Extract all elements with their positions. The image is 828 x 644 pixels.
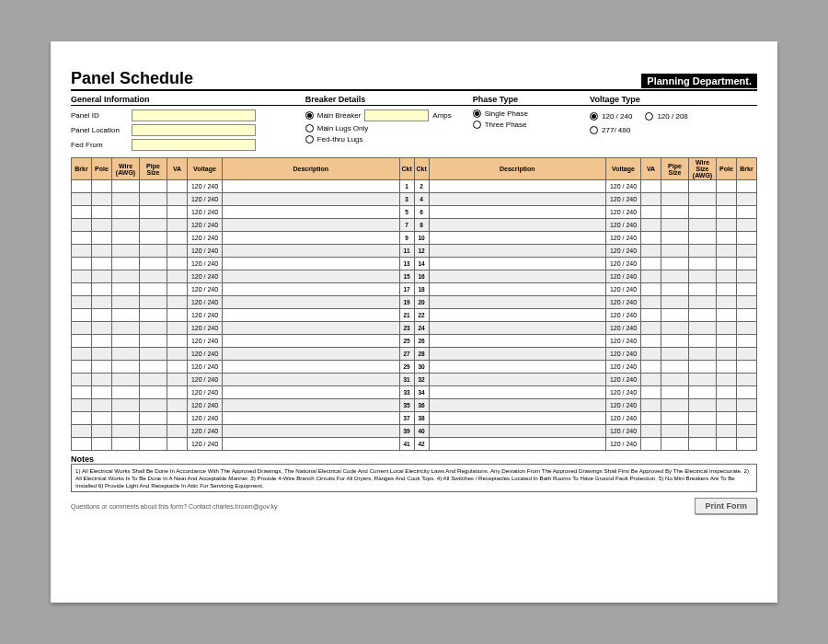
left-cell[interactable]	[223, 322, 400, 335]
right-cell[interactable]	[689, 232, 717, 245]
right-cell[interactable]	[717, 258, 737, 270]
right-cell[interactable]	[737, 425, 757, 438]
left-cell[interactable]	[72, 425, 92, 438]
radio-main-lugs[interactable]	[305, 124, 314, 132]
left-cell[interactable]	[92, 386, 112, 399]
left-cell[interactable]	[112, 348, 140, 361]
right-cell[interactable]	[689, 335, 717, 348]
right-cell[interactable]	[429, 438, 606, 451]
left-cell[interactable]	[112, 258, 140, 270]
left-cell[interactable]	[167, 309, 188, 322]
right-cell[interactable]	[641, 399, 661, 412]
left-cell[interactable]	[140, 412, 167, 425]
right-cell[interactable]	[661, 399, 689, 412]
right-cell[interactable]	[661, 374, 689, 386]
right-cell[interactable]	[429, 283, 606, 296]
right-cell[interactable]	[661, 219, 689, 232]
left-cell[interactable]	[140, 270, 167, 283]
left-cell[interactable]	[167, 374, 188, 386]
right-cell[interactable]	[661, 438, 689, 451]
right-cell[interactable]	[689, 258, 717, 270]
right-cell[interactable]	[737, 335, 757, 348]
right-cell[interactable]	[641, 438, 661, 451]
right-cell[interactable]	[737, 193, 757, 206]
fed-from-input[interactable]	[132, 139, 256, 151]
right-cell[interactable]	[689, 283, 717, 296]
left-cell[interactable]	[167, 399, 188, 412]
right-cell[interactable]	[429, 361, 606, 374]
left-cell[interactable]	[112, 374, 140, 386]
left-cell[interactable]	[223, 335, 400, 348]
right-cell[interactable]	[737, 206, 757, 219]
left-cell[interactable]	[167, 180, 188, 193]
right-cell[interactable]	[429, 206, 606, 219]
left-cell[interactable]	[72, 348, 92, 361]
left-cell[interactable]	[140, 296, 167, 309]
left-cell[interactable]	[112, 193, 140, 206]
right-cell[interactable]	[689, 425, 717, 438]
left-cell[interactable]	[72, 399, 92, 412]
right-cell[interactable]	[689, 412, 717, 425]
left-cell[interactable]	[167, 258, 188, 270]
left-cell[interactable]	[112, 232, 140, 245]
left-cell[interactable]	[223, 258, 400, 270]
right-cell[interactable]	[689, 322, 717, 335]
right-cell[interactable]	[717, 322, 737, 335]
right-cell[interactable]	[641, 335, 661, 348]
right-cell[interactable]	[689, 348, 717, 361]
right-cell[interactable]	[689, 309, 717, 322]
right-cell[interactable]	[737, 258, 757, 270]
right-cell[interactable]	[661, 322, 689, 335]
left-cell[interactable]	[72, 386, 92, 399]
left-cell[interactable]	[72, 219, 92, 232]
left-cell[interactable]	[140, 245, 167, 258]
left-cell[interactable]	[140, 374, 167, 386]
left-cell[interactable]	[223, 309, 400, 322]
right-cell[interactable]	[641, 232, 661, 245]
left-cell[interactable]	[140, 425, 167, 438]
left-cell[interactable]	[167, 438, 188, 451]
right-cell[interactable]	[737, 361, 757, 374]
left-cell[interactable]	[223, 412, 400, 425]
left-cell[interactable]	[223, 374, 400, 386]
panel-id-input[interactable]	[132, 109, 256, 121]
right-cell[interactable]	[661, 258, 689, 270]
right-cell[interactable]	[689, 193, 717, 206]
left-cell[interactable]	[167, 348, 188, 361]
right-cell[interactable]	[641, 309, 661, 322]
right-cell[interactable]	[641, 245, 661, 258]
left-cell[interactable]	[167, 193, 188, 206]
left-cell[interactable]	[167, 219, 188, 232]
left-cell[interactable]	[167, 296, 188, 309]
right-cell[interactable]	[429, 309, 606, 322]
left-cell[interactable]	[140, 219, 167, 232]
right-cell[interactable]	[717, 232, 737, 245]
right-cell[interactable]	[641, 193, 661, 206]
radio-single-phase[interactable]	[473, 109, 481, 118]
left-cell[interactable]	[92, 245, 112, 258]
left-cell[interactable]	[72, 232, 92, 245]
left-cell[interactable]	[72, 180, 92, 193]
left-cell[interactable]	[72, 193, 92, 206]
right-cell[interactable]	[641, 425, 661, 438]
right-cell[interactable]	[737, 386, 757, 399]
left-cell[interactable]	[223, 193, 400, 206]
right-cell[interactable]	[641, 206, 661, 219]
left-cell[interactable]	[112, 438, 140, 451]
left-cell[interactable]	[223, 296, 400, 309]
right-cell[interactable]	[689, 296, 717, 309]
right-cell[interactable]	[661, 270, 689, 283]
right-cell[interactable]	[641, 322, 661, 335]
radio-main-breaker[interactable]	[305, 111, 314, 120]
right-cell[interactable]	[689, 206, 717, 219]
right-cell[interactable]	[641, 361, 661, 374]
left-cell[interactable]	[72, 270, 92, 283]
left-cell[interactable]	[223, 425, 400, 438]
left-cell[interactable]	[140, 206, 167, 219]
left-cell[interactable]	[140, 348, 167, 361]
left-cell[interactable]	[92, 219, 112, 232]
left-cell[interactable]	[112, 361, 140, 374]
right-cell[interactable]	[717, 335, 737, 348]
left-cell[interactable]	[140, 399, 167, 412]
right-cell[interactable]	[661, 283, 689, 296]
